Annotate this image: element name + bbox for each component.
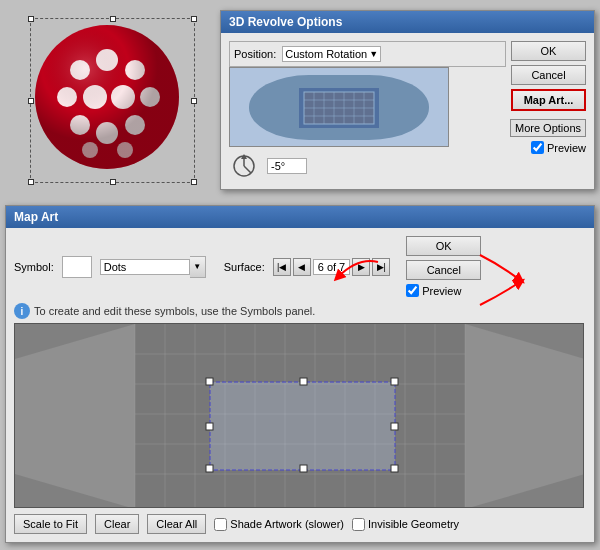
symbol-preview-box — [62, 256, 92, 278]
svg-rect-55 — [206, 465, 213, 472]
clear-all-button[interactable]: Clear All — [147, 514, 206, 534]
svg-rect-51 — [300, 378, 307, 385]
ok-button[interactable]: OK — [511, 41, 586, 61]
info-text: To create and edit these symbols, use th… — [34, 305, 315, 317]
map-art-bottom-toolbar: Scale to Fit Clear Clear All Shade Artwo… — [14, 514, 586, 534]
map-art-preview-checkbox[interactable] — [406, 284, 419, 297]
revolve-preview-checkbox[interactable] — [531, 141, 544, 154]
shade-artwork-checkbox[interactable] — [214, 518, 227, 531]
surface-prev-btn[interactable]: ◀ — [293, 258, 311, 276]
vase-area — [10, 10, 220, 195]
map-art-button[interactable]: Map Art... — [511, 89, 586, 111]
position-label: Position: — [234, 48, 276, 60]
cancel-button[interactable]: Cancel — [511, 65, 586, 85]
revolve-title-text: 3D Revolve Options — [229, 15, 342, 29]
vase-image — [25, 15, 190, 183]
symbol-label: Symbol: — [14, 261, 54, 273]
symbol-select[interactable]: Dots — [100, 259, 190, 275]
svg-rect-56 — [300, 465, 307, 472]
canvas-svg — [15, 324, 584, 508]
angle-input[interactable] — [267, 158, 307, 174]
revolve-dialog-title: 3D Revolve Options — [221, 11, 594, 33]
revolve-preview-check: Preview — [531, 141, 586, 154]
shade-artwork-check: Shade Artwork (slower) — [214, 518, 344, 531]
position-row: Position: Custom Rotation ▼ — [229, 41, 506, 67]
handle-mr[interactable] — [191, 98, 197, 104]
svg-rect-52 — [391, 378, 398, 385]
rotate-icon — [229, 151, 259, 181]
symbol-dropdown-btn[interactable]: ▼ — [190, 256, 206, 278]
revolve-dialog: 3D Revolve Options Position: Custom Rota… — [220, 10, 595, 190]
invisible-geometry-checkbox[interactable] — [352, 518, 365, 531]
angle-row — [229, 151, 506, 181]
handle-tr[interactable] — [191, 16, 197, 22]
map-art-title: Map Art — [6, 206, 594, 228]
map-art-title-text: Map Art — [14, 210, 58, 224]
map-art-canvas — [14, 323, 584, 508]
svg-rect-57 — [391, 465, 398, 472]
svg-rect-53 — [206, 423, 213, 430]
clear-button[interactable]: Clear — [95, 514, 139, 534]
dropdown-arrow-icon[interactable]: ▼ — [369, 49, 378, 59]
svg-rect-49 — [210, 382, 395, 470]
svg-point-14 — [35, 25, 179, 169]
surface-first-btn[interactable]: |◀ — [273, 258, 291, 276]
invisible-geometry-check: Invisible Geometry — [352, 518, 459, 531]
svg-rect-50 — [206, 378, 213, 385]
arrow-annotation-2 — [470, 250, 550, 310]
handle-br[interactable] — [191, 179, 197, 185]
scale-to-fit-button[interactable]: Scale to Fit — [14, 514, 87, 534]
revolve-preview — [229, 67, 449, 147]
surface-label: Surface: — [224, 261, 265, 273]
svg-line-30 — [244, 166, 251, 173]
svg-rect-54 — [391, 423, 398, 430]
info-icon: i — [14, 303, 30, 319]
arrow-annotation-1 — [318, 252, 398, 302]
position-select[interactable]: Custom Rotation ▼ — [282, 46, 381, 62]
more-options-button[interactable]: More Options — [510, 119, 586, 137]
